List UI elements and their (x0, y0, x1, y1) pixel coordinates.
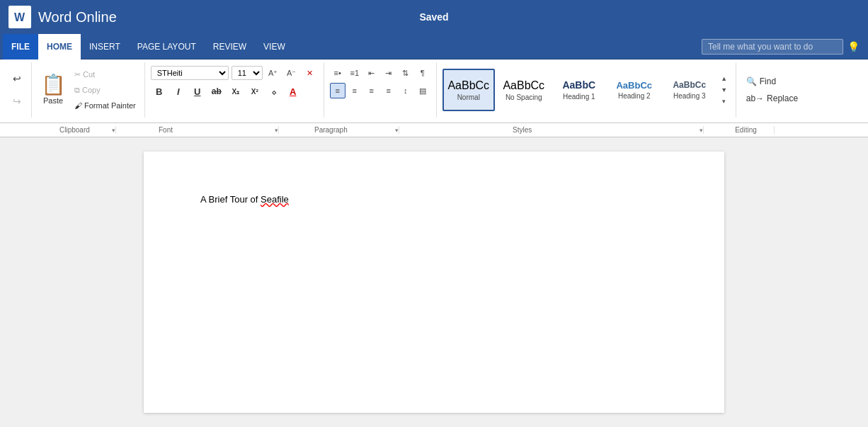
cut-icon: ✂ (74, 70, 81, 79)
styles-group: AaBbCc Normal AaBbCc No Spacing AaBbC He… (437, 62, 736, 118)
paragraph-label: Paragraph (314, 126, 348, 134)
format-painter-label: Format Painter (84, 101, 136, 110)
font-row1: STHeiti 11 A⁺ A⁻ ✕ (151, 65, 318, 81)
increase-indent-button[interactable]: ⇥ (381, 65, 396, 81)
font-group: STHeiti 11 A⁺ A⁻ ✕ B I U ab X₂ X² ⬦ A (145, 62, 324, 118)
tell-me-input[interactable] (702, 39, 843, 55)
paste-icon: 📋 (41, 75, 66, 95)
menu-file[interactable]: FILE (3, 34, 38, 59)
lightbulb-icon: 💡 (847, 41, 860, 52)
styles-row: AaBbCc Normal AaBbCc No Spacing AaBbC He… (442, 65, 730, 115)
bullet-list-button[interactable]: ≡• (330, 65, 346, 81)
style-heading2[interactable]: AaBbCc Heading 2 (608, 69, 661, 111)
clipboard-secondary: ✂ Cut ⧉ Copy 🖌 Format Painter (72, 67, 139, 113)
find-icon: 🔍 (746, 76, 757, 86)
title-bar: W Word Online Saved (0, 0, 868, 34)
highlight-button[interactable]: ⬦ (265, 83, 282, 100)
menu-view[interactable]: VIEW (255, 34, 294, 59)
format-painter-button[interactable]: 🖌 Format Painter (72, 98, 139, 113)
increase-font-button[interactable]: A⁺ (265, 65, 281, 81)
copy-label: Copy (82, 86, 101, 94)
font-label: Font (159, 126, 173, 134)
find-button[interactable]: 🔍 Find (742, 74, 802, 89)
font-expand-icon[interactable]: ▾ (275, 127, 278, 134)
svg-text:W: W (14, 11, 25, 23)
style-heading1-label: Heading 1 (563, 93, 595, 101)
style-no-spacing[interactable]: AaBbCc No Spacing (498, 69, 550, 111)
font-color-button[interactable]: A (285, 83, 302, 100)
shading-button[interactable]: ▤ (415, 83, 430, 98)
word-icon: W (8, 6, 31, 28)
justify-button[interactable]: ≡ (381, 83, 396, 98)
numbered-list-button[interactable]: ≡1 (347, 65, 362, 81)
style-heading1[interactable]: AaBbC Heading 1 (553, 69, 605, 111)
editing-label-cell: Editing (704, 126, 775, 134)
copy-icon: ⧉ (74, 86, 80, 95)
clear-format-button[interactable]: ✕ (302, 65, 318, 81)
style-no-spacing-preview: AaBbCc (503, 79, 544, 92)
clipboard-label-cell: Clipboard ▾ (38, 126, 116, 134)
seafile-text: Seafile (261, 194, 289, 205)
editing-label: Editing (735, 126, 757, 134)
show-marks-button[interactable]: ¶ (415, 65, 430, 81)
style-normal-label: Normal (457, 93, 480, 101)
menu-home[interactable]: HOME (38, 34, 81, 59)
editing-group: 🔍 Find ab→ Replace (736, 62, 808, 118)
undo-button[interactable]: ↩ (7, 69, 27, 89)
undo-redo-group: ↩ ↪ (3, 62, 32, 118)
style-heading3-preview: AaBbCc (673, 80, 706, 90)
styles-label-cell: Styles ▾ (399, 126, 704, 134)
menu-insert[interactable]: INSERT (81, 34, 129, 59)
align-right-button[interactable]: ≡ (364, 83, 379, 98)
redo-button[interactable]: ↪ (7, 91, 27, 111)
italic-button[interactable]: I (170, 83, 187, 100)
styles-expand: ▲ ▼ ▾ (719, 72, 730, 108)
ribbon: ↩ ↪ 📋 Paste ✂ Cut ⧉ Copy 🖌 Format Painte… (0, 59, 868, 123)
subscript-button[interactable]: X₂ (227, 83, 244, 100)
clipboard-expand-icon[interactable]: ▾ (112, 127, 115, 134)
paste-label: Paste (43, 96, 63, 105)
menu-page-layout[interactable]: PAGE LAYOUT (129, 34, 205, 59)
saved-status: Saved (419, 11, 448, 23)
font-name-selector[interactable]: STHeiti (151, 66, 229, 80)
font-size-selector[interactable]: 11 (232, 66, 263, 80)
document-page[interactable]: A Brief Tour of Seafile (144, 152, 724, 413)
decrease-indent-button[interactable]: ⇤ (364, 65, 379, 81)
styles-expand-icon[interactable]: ▾ (699, 127, 703, 134)
clipboard-label: Clipboard (59, 126, 90, 134)
copy-button[interactable]: ⧉ Copy (72, 82, 139, 98)
style-normal-preview: AaBbCc (447, 79, 489, 92)
style-heading2-label: Heading 2 (618, 92, 651, 100)
find-label: Find (760, 76, 776, 86)
sort-button[interactable]: ⇅ (398, 65, 413, 81)
tell-me-area: 💡 (702, 39, 868, 55)
line-spacing-button[interactable]: ↕ (398, 83, 413, 98)
strikethrough-button[interactable]: ab (208, 83, 225, 100)
document-area: A Brief Tour of Seafile (0, 137, 868, 427)
align-center-button[interactable]: ≡ (347, 83, 362, 98)
paragraph-label-cell: Paragraph ▾ (279, 126, 399, 134)
document-content: A Brief Tour of Seafile (200, 194, 668, 205)
align-left-button[interactable]: ≡ (330, 83, 346, 98)
bold-button[interactable]: B (151, 83, 168, 100)
decrease-font-button[interactable]: A⁻ (284, 65, 299, 81)
font-row2: B I U ab X₂ X² ⬦ A (151, 83, 318, 100)
style-heading3[interactable]: AaBbCc Heading 3 (663, 69, 716, 111)
styles-scroll-down[interactable]: ▼ (719, 84, 730, 96)
menu-review[interactable]: REVIEW (205, 34, 255, 59)
style-normal[interactable]: AaBbCc Normal (442, 69, 495, 111)
styles-label: Styles (513, 126, 532, 134)
paste-button[interactable]: 📋 Paste (38, 74, 69, 106)
cut-label: Cut (83, 70, 95, 79)
style-heading1-preview: AaBbC (562, 79, 595, 91)
paragraph-row2: ≡ ≡ ≡ ≡ ↕ ▤ (330, 83, 430, 98)
clipboard-group: 📋 Paste ✂ Cut ⧉ Copy 🖌 Format Painter (32, 62, 145, 118)
underline-button[interactable]: U (189, 83, 206, 100)
cut-button[interactable]: ✂ Cut (72, 67, 139, 82)
styles-scroll-up[interactable]: ▲ (719, 73, 730, 84)
replace-button[interactable]: ab→ Replace (742, 91, 802, 106)
superscript-button[interactable]: X² (246, 83, 263, 100)
style-heading3-label: Heading 3 (673, 92, 706, 100)
styles-more[interactable]: ▾ (719, 96, 730, 107)
paragraph-expand-icon[interactable]: ▾ (395, 127, 399, 134)
